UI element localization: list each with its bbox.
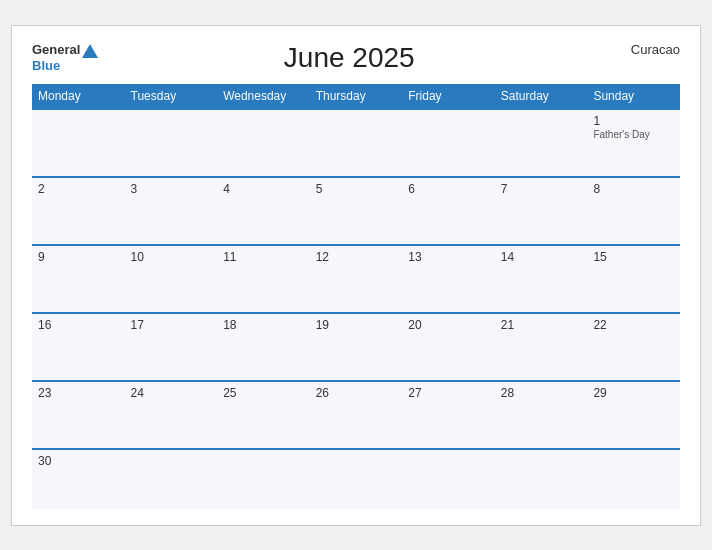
day-number: 25 bbox=[223, 386, 304, 400]
header-sunday: Sunday bbox=[587, 84, 680, 109]
logo-general: General bbox=[32, 42, 80, 58]
day-number: 3 bbox=[131, 182, 212, 196]
day-number: 11 bbox=[223, 250, 304, 264]
calendar-cell: 10 bbox=[125, 245, 218, 313]
day-event: Father's Day bbox=[593, 129, 674, 140]
day-header-row: Monday Tuesday Wednesday Thursday Friday… bbox=[32, 84, 680, 109]
calendar-cell bbox=[32, 109, 125, 177]
calendar-cell: 13 bbox=[402, 245, 495, 313]
calendar-cell: 27 bbox=[402, 381, 495, 449]
region-label: Curacao bbox=[600, 42, 680, 57]
logo-blue: Blue bbox=[32, 58, 98, 74]
calendar-cell: 17 bbox=[125, 313, 218, 381]
day-number: 29 bbox=[593, 386, 674, 400]
day-number: 30 bbox=[38, 454, 119, 468]
calendar-cell bbox=[217, 109, 310, 177]
calendar-cell: 6 bbox=[402, 177, 495, 245]
day-number: 24 bbox=[131, 386, 212, 400]
day-number: 14 bbox=[501, 250, 582, 264]
calendar-cell: 8 bbox=[587, 177, 680, 245]
calendar-cell bbox=[310, 109, 403, 177]
day-number: 12 bbox=[316, 250, 397, 264]
day-number: 4 bbox=[223, 182, 304, 196]
header-wednesday: Wednesday bbox=[217, 84, 310, 109]
day-number: 9 bbox=[38, 250, 119, 264]
day-number: 26 bbox=[316, 386, 397, 400]
day-number: 20 bbox=[408, 318, 489, 332]
day-number: 8 bbox=[593, 182, 674, 196]
logo-triangle-icon bbox=[82, 44, 98, 58]
day-number: 13 bbox=[408, 250, 489, 264]
calendar-cell: 4 bbox=[217, 177, 310, 245]
header-friday: Friday bbox=[402, 84, 495, 109]
calendar-cell: 1Father's Day bbox=[587, 109, 680, 177]
day-number: 18 bbox=[223, 318, 304, 332]
calendar-cell bbox=[310, 449, 403, 509]
day-number: 16 bbox=[38, 318, 119, 332]
calendar-cell: 30 bbox=[32, 449, 125, 509]
day-number: 2 bbox=[38, 182, 119, 196]
calendar-container: General Blue June 2025 Curacao Monday Tu… bbox=[11, 25, 701, 526]
calendar-cell bbox=[495, 449, 588, 509]
calendar-cell: 16 bbox=[32, 313, 125, 381]
calendar-cell: 9 bbox=[32, 245, 125, 313]
calendar-cell: 28 bbox=[495, 381, 588, 449]
day-number: 15 bbox=[593, 250, 674, 264]
day-number: 22 bbox=[593, 318, 674, 332]
day-number: 7 bbox=[501, 182, 582, 196]
calendar-cell bbox=[125, 449, 218, 509]
day-number: 5 bbox=[316, 182, 397, 196]
day-number: 10 bbox=[131, 250, 212, 264]
day-number: 23 bbox=[38, 386, 119, 400]
day-number: 19 bbox=[316, 318, 397, 332]
header-thursday: Thursday bbox=[310, 84, 403, 109]
calendar-cell: 20 bbox=[402, 313, 495, 381]
calendar-cell: 18 bbox=[217, 313, 310, 381]
calendar-cell: 12 bbox=[310, 245, 403, 313]
day-number: 21 bbox=[501, 318, 582, 332]
calendar-cell: 23 bbox=[32, 381, 125, 449]
calendar-cell: 3 bbox=[125, 177, 218, 245]
calendar-cell: 19 bbox=[310, 313, 403, 381]
calendar-cell: 5 bbox=[310, 177, 403, 245]
header-saturday: Saturday bbox=[495, 84, 588, 109]
logo: General Blue bbox=[32, 42, 98, 74]
day-number: 27 bbox=[408, 386, 489, 400]
calendar-cell bbox=[587, 449, 680, 509]
calendar-cell: 22 bbox=[587, 313, 680, 381]
calendar-cell: 14 bbox=[495, 245, 588, 313]
calendar-cell bbox=[402, 109, 495, 177]
calendar-cell bbox=[125, 109, 218, 177]
calendar-cell: 25 bbox=[217, 381, 310, 449]
calendar-header: General Blue June 2025 Curacao bbox=[32, 42, 680, 74]
day-number: 1 bbox=[593, 114, 674, 128]
calendar-cell: 21 bbox=[495, 313, 588, 381]
day-number: 17 bbox=[131, 318, 212, 332]
calendar-cell bbox=[402, 449, 495, 509]
calendar-grid: Monday Tuesday Wednesday Thursday Friday… bbox=[32, 84, 680, 509]
header-tuesday: Tuesday bbox=[125, 84, 218, 109]
calendar-cell bbox=[217, 449, 310, 509]
calendar-cell: 7 bbox=[495, 177, 588, 245]
calendar-cell bbox=[495, 109, 588, 177]
calendar-cell: 15 bbox=[587, 245, 680, 313]
calendar-cell: 26 bbox=[310, 381, 403, 449]
calendar-cell: 2 bbox=[32, 177, 125, 245]
day-number: 6 bbox=[408, 182, 489, 196]
header-monday: Monday bbox=[32, 84, 125, 109]
day-number: 28 bbox=[501, 386, 582, 400]
calendar-title: June 2025 bbox=[98, 42, 600, 74]
calendar-cell: 29 bbox=[587, 381, 680, 449]
calendar-cell: 11 bbox=[217, 245, 310, 313]
calendar-cell: 24 bbox=[125, 381, 218, 449]
